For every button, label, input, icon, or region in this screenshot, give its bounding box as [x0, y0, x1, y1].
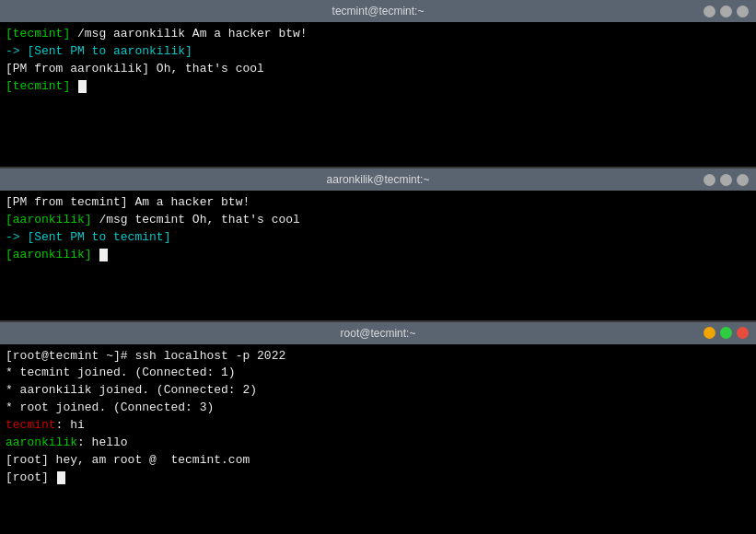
close-btn-3[interactable] [737, 327, 749, 339]
line-2-2: [aaronkilik] /msg tecmint Oh, that's coo… [6, 212, 750, 229]
line-3-3: * aaronkilik joined. (Connected: 2) [6, 382, 750, 400]
title-bar-2: aaronkilik@tecmint:~ [0, 168, 756, 191]
terminal-window-3: root@tecmint:~ [root@tecmint ~]# ssh loc… [0, 322, 756, 534]
text-span: -> [Sent PM to tecmint] [6, 230, 170, 244]
line-3-1: [root@tecmint ~]# ssh localhost -p 2022 [6, 348, 750, 366]
title-bar-1: tecmint@tecmint:~ [0, 0, 756, 22]
line-1-4: [tecmint] [6, 78, 750, 96]
text-span: : hello [77, 435, 128, 449]
terminal-body-2: [PM from tecmint] Am a hacker btw! [aaro… [0, 191, 756, 320]
line-1-1: [tecmint] /msg aaronkilik Am a hacker bt… [6, 26, 750, 43]
text-span: [aaronkilik] [6, 213, 92, 226]
line-2-3: -> [Sent PM to tecmint] [6, 229, 750, 247]
text-span: /msg tecmint Oh, that's cool [92, 213, 300, 226]
text-span: * tecmint joined. (Connected: 1) [6, 366, 236, 379]
text-span: aaronkilik [6, 435, 77, 449]
line-3-2: * tecmint joined. (Connected: 1) [6, 365, 750, 382]
text-span: [tecmint] [6, 79, 70, 93]
title-bar-3: root@tecmint:~ [0, 322, 756, 344]
terminal-body-1: [tecmint] /msg aaronkilik Am a hacker bt… [0, 22, 756, 167]
title-text-1: tecmint@tecmint:~ [332, 5, 425, 17]
text-span: [PM from tecmint] Am a hacker btw! [6, 195, 250, 209]
text-span: -> [Sent PM to aaronkilik] [6, 44, 192, 58]
window-controls-1 [704, 6, 749, 17]
title-text-3: root@tecmint:~ [341, 327, 416, 340]
cursor-2 [99, 249, 108, 261]
terminal-window-1: tecmint@tecmint:~ [tecmint] /msg aaronki… [0, 0, 756, 167]
minimize-btn-1[interactable] [704, 6, 715, 17]
terminal-body-3: [root@tecmint ~]# ssh localhost -p 2022 … [0, 344, 756, 534]
line-3-5: tecmint: hi [6, 417, 750, 435]
line-1-2: -> [Sent PM to aaronkilik] [6, 43, 750, 61]
line-3-6: aaronkilik: hello [6, 435, 750, 452]
line-2-4: [aaronkilik] [6, 247, 750, 264]
text-span: [tecmint] [6, 27, 70, 41]
line-1-3: [PM from aaronkilik] Oh, that's cool [6, 61, 750, 78]
text-span [70, 79, 77, 93]
title-text-2: aaronkilik@tecmint:~ [327, 173, 430, 186]
text-span [92, 248, 99, 261]
line-2-1: [PM from tecmint] Am a hacker btw! [6, 194, 750, 212]
window-controls-3 [704, 327, 749, 339]
maximize-btn-1[interactable] [720, 6, 732, 17]
close-btn-1[interactable] [737, 6, 749, 17]
text-span: [root@tecmint ~]# ssh localhost -p 2022 [6, 349, 285, 363]
text-span: * root joined. (Connected: 3) [6, 400, 214, 414]
cursor-1 [78, 80, 87, 93]
text-span: [PM from aaronkilik] Oh, that's cool [6, 62, 264, 75]
maximize-btn-3[interactable] [720, 327, 732, 339]
line-3-7: [root] hey, am root @ tecmint.com [6, 452, 750, 470]
text-span: /msg aaronkilik Am a hacker btw! [70, 27, 307, 41]
text-span: : hi [56, 418, 85, 432]
cursor-3 [57, 471, 65, 484]
text-span: [root] [6, 470, 56, 484]
window-controls-2 [704, 174, 749, 186]
text-span: tecmint [6, 418, 56, 432]
text-span: [aaronkilik] [6, 248, 92, 261]
maximize-btn-2[interactable] [720, 174, 732, 186]
text-span: [root] hey, am root @ tecmint.com [6, 453, 250, 467]
line-3-8: [root] [6, 470, 750, 487]
minimize-btn-3[interactable] [704, 327, 715, 339]
text-span: * aaronkilik joined. (Connected: 2) [6, 383, 257, 397]
minimize-btn-2[interactable] [704, 174, 715, 186]
line-3-4: * root joined. (Connected: 3) [6, 400, 750, 417]
close-btn-2[interactable] [737, 174, 749, 186]
terminal-window-2: aaronkilik@tecmint:~ [PM from tecmint] A… [0, 168, 756, 320]
